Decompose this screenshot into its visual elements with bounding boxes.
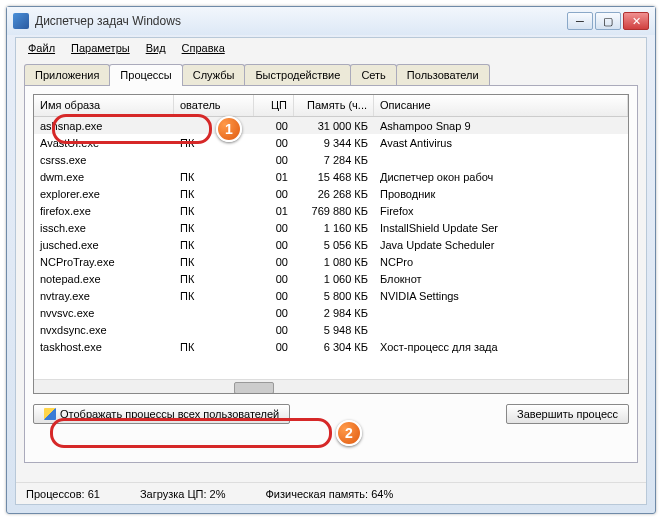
table-row[interactable]: ashsnap.exe0031 000 КБAshampoo Snap 9 <box>34 117 628 134</box>
tab-performance[interactable]: Быстродействие <box>244 64 351 85</box>
close-button[interactable]: ✕ <box>623 12 649 30</box>
menu-help[interactable]: Справка <box>176 40 231 56</box>
table-row[interactable]: firefox.exeПК01769 880 КБFirefox <box>34 202 628 219</box>
client-area: Файл Параметры Вид Справка Приложения Пр… <box>15 37 647 505</box>
status-processes: Процессов: 61 <box>26 488 100 500</box>
tab-applications[interactable]: Приложения <box>24 64 110 85</box>
show-all-users-button[interactable]: Отображать процессы всех пользователей <box>33 404 290 424</box>
process-list: Имя образа ователь ЦП Память (ч... Описа… <box>33 94 629 394</box>
processes-panel: Имя образа ователь ЦП Память (ч... Описа… <box>24 85 638 463</box>
task-manager-window: Диспетчер задач Windows ─ ▢ ✕ Файл Парам… <box>6 6 656 514</box>
col-description[interactable]: Описание <box>374 95 628 116</box>
process-rows[interactable]: ashsnap.exe0031 000 КБAshampoo Snap 9Ava… <box>34 117 628 379</box>
table-row[interactable]: nvtray.exeПК005 800 КБNVIDIA Settings <box>34 287 628 304</box>
annotation-badge-2: 2 <box>336 420 362 446</box>
shield-icon <box>44 408 56 420</box>
tab-bar: Приложения Процессы Службы Быстродействи… <box>16 58 646 85</box>
titlebar[interactable]: Диспетчер задач Windows ─ ▢ ✕ <box>7 7 655 35</box>
table-row[interactable]: issch.exeПК001 160 КБInstallShield Updat… <box>34 219 628 236</box>
status-memory: Физическая память: 64% <box>265 488 393 500</box>
menu-options[interactable]: Параметры <box>65 40 136 56</box>
table-row[interactable]: nvvsvc.exe002 984 КБ <box>34 304 628 321</box>
table-row[interactable]: taskhost.exeПК006 304 КБХост-процесс для… <box>34 338 628 355</box>
tab-users[interactable]: Пользователи <box>396 64 490 85</box>
table-row[interactable]: explorer.exeПК0026 268 КБПроводник <box>34 185 628 202</box>
col-cpu[interactable]: ЦП <box>254 95 294 116</box>
maximize-button[interactable]: ▢ <box>595 12 621 30</box>
menubar: Файл Параметры Вид Справка <box>16 38 646 58</box>
tab-services[interactable]: Службы <box>182 64 246 85</box>
window-title: Диспетчер задач Windows <box>35 14 567 28</box>
menu-view[interactable]: Вид <box>140 40 172 56</box>
tab-network[interactable]: Сеть <box>350 64 396 85</box>
table-row[interactable]: csrss.exe007 284 КБ <box>34 151 628 168</box>
table-row[interactable]: NCProTray.exeПК001 080 КБNCPro <box>34 253 628 270</box>
menu-file[interactable]: Файл <box>22 40 61 56</box>
col-user[interactable]: ователь <box>174 95 254 116</box>
table-row[interactable]: jusched.exeПК005 056 КБJava Update Sched… <box>34 236 628 253</box>
status-cpu: Загрузка ЦП: 2% <box>140 488 226 500</box>
annotation-badge-1: 1 <box>216 116 242 142</box>
table-row[interactable]: dwm.exeПК0115 468 КБДиспетчер окон рабоч <box>34 168 628 185</box>
col-memory[interactable]: Память (ч... <box>294 95 374 116</box>
show-all-users-label: Отображать процессы всех пользователей <box>60 408 279 420</box>
app-icon <box>13 13 29 29</box>
end-process-button[interactable]: Завершить процесс <box>506 404 629 424</box>
scrollbar-thumb[interactable] <box>234 382 274 394</box>
minimize-button[interactable]: ─ <box>567 12 593 30</box>
horizontal-scrollbar[interactable] <box>34 379 628 394</box>
table-row[interactable]: nvxdsync.exe005 948 КБ <box>34 321 628 338</box>
tab-processes[interactable]: Процессы <box>109 64 182 86</box>
table-row[interactable]: AvastUI.exeПК009 344 КБAvast Antivirus <box>34 134 628 151</box>
column-headers: Имя образа ователь ЦП Память (ч... Описа… <box>34 95 628 117</box>
table-row[interactable]: notepad.exeПК001 060 КББлокнот <box>34 270 628 287</box>
status-bar: Процессов: 61 Загрузка ЦП: 2% Физическая… <box>16 482 646 504</box>
col-image-name[interactable]: Имя образа <box>34 95 174 116</box>
